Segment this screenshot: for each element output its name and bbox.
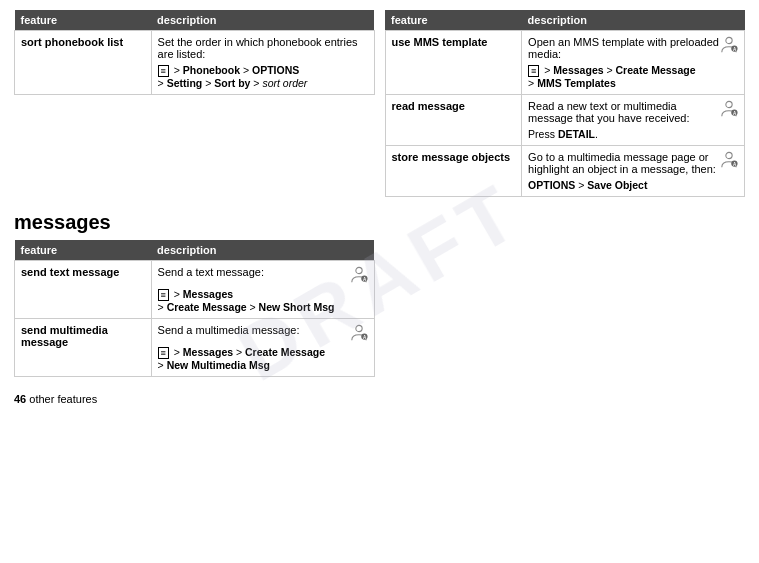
person-icon-mms: A <box>350 324 368 342</box>
page-number: 46 <box>14 393 26 405</box>
menu-path-text-mms: > Messages > Create Message> MMS Templat… <box>528 64 695 89</box>
send-mms-desc-text: Send a multimedia message: <box>158 324 300 336</box>
sort-phonebook-feature: sort phonebook list <box>15 31 152 95</box>
send-text-desc-text: Send a text message: <box>158 266 264 278</box>
messages-header: messages <box>14 211 745 234</box>
person-icon-read: A <box>720 100 738 118</box>
send-mms-menu-path: ≡ > Messages > Create Message> New Multi… <box>158 346 368 371</box>
use-mms-desc-text: Open an MMS template with preloaded medi… <box>528 36 720 60</box>
svg-point-3 <box>726 101 732 107</box>
svg-point-12 <box>355 325 361 331</box>
read-message-feature: read message <box>385 95 522 146</box>
sort-phonebook-menu-path: ≡ > Phonebook > OPTIONS> Setting > Sort … <box>158 64 368 89</box>
menu-path-text-sms: > Messages> Create Message > New Short M… <box>158 288 335 313</box>
sort-phonebook-desc-text: Set the order in which phonebook entries… <box>158 36 358 60</box>
messages-table: feature description send text message Se… <box>14 240 375 377</box>
phonebook-table: feature description sort phonebook list … <box>14 10 375 95</box>
use-mms-feature: use MMS template <box>385 31 522 95</box>
footer-section: other features <box>29 393 97 405</box>
read-message-desc-text: Read a new text or multimedia message th… <box>528 100 720 124</box>
store-message-desc-text: Go to a multimedia message page or highl… <box>528 151 720 175</box>
right-bottom-placeholder <box>385 240 746 377</box>
send-text-feature: send text message <box>15 261 152 319</box>
top-section: feature description sort phonebook list … <box>14 10 745 197</box>
table-row: send text message Send a text message: A <box>15 261 375 319</box>
menu-path-text-mms2: > Messages > Create Message> New Multime… <box>158 346 325 371</box>
use-mms-menu-path: ≡ > Messages > Create Message> MMS Templ… <box>528 64 738 89</box>
messages-table-section: feature description send text message Se… <box>14 240 375 377</box>
messages-header-feature: feature <box>15 240 152 261</box>
read-message-desc: Read a new text or multimedia message th… <box>522 95 745 146</box>
right-top-section: feature description use MMS template Ope… <box>385 10 746 197</box>
phonebook-section: feature description sort phonebook list … <box>14 10 375 197</box>
send-text-desc: Send a text message: A <box>151 261 374 319</box>
store-message-desc: Go to a multimedia message page or highl… <box>522 146 745 197</box>
phonebook-header-feature: feature <box>15 10 152 31</box>
menu-icon: ≡ <box>158 289 169 301</box>
table-row: send multimedia message Send a multimedi… <box>15 319 375 377</box>
store-message-menu-path: OPTIONS > Save Object <box>528 179 738 191</box>
person-icon: A <box>720 36 738 54</box>
svg-point-9 <box>355 267 361 273</box>
send-mms-desc: Send a multimedia message: A <box>151 319 374 377</box>
table-row: use MMS template Open an MMS template wi… <box>385 31 745 95</box>
messages-header-description: description <box>151 240 374 261</box>
right-header-description: description <box>522 10 745 31</box>
person-icon-text: A <box>350 266 368 284</box>
menu-icon: ≡ <box>158 65 169 77</box>
send-mms-feature: send multimedia message <box>15 319 152 377</box>
right-header-feature: feature <box>385 10 522 31</box>
table-row: sort phonebook list Set the order in whi… <box>15 31 375 95</box>
footer: 46 other features <box>14 393 745 405</box>
menu-path-text: > Phonebook > OPTIONS> Setting > Sort by… <box>158 64 308 89</box>
bottom-section: feature description send text message Se… <box>14 240 745 377</box>
menu-icon: ≡ <box>528 65 539 77</box>
right-top-table: feature description use MMS template Ope… <box>385 10 746 197</box>
sort-phonebook-desc: Set the order in which phonebook entries… <box>151 31 374 95</box>
table-row: read message Read a new text or multimed… <box>385 95 745 146</box>
menu-icon: ≡ <box>158 347 169 359</box>
store-message-feature: store message objects <box>385 146 522 197</box>
read-message-menu-path: Press DETAIL. <box>528 128 738 140</box>
person-icon-store: A <box>720 151 738 169</box>
svg-point-6 <box>726 152 732 158</box>
svg-point-0 <box>726 37 732 43</box>
phonebook-header-description: description <box>151 10 374 31</box>
use-mms-desc: Open an MMS template with preloaded medi… <box>522 31 745 95</box>
send-text-menu-path: ≡ > Messages> Create Message > New Short… <box>158 288 368 313</box>
table-row: store message objects Go to a multimedia… <box>385 146 745 197</box>
